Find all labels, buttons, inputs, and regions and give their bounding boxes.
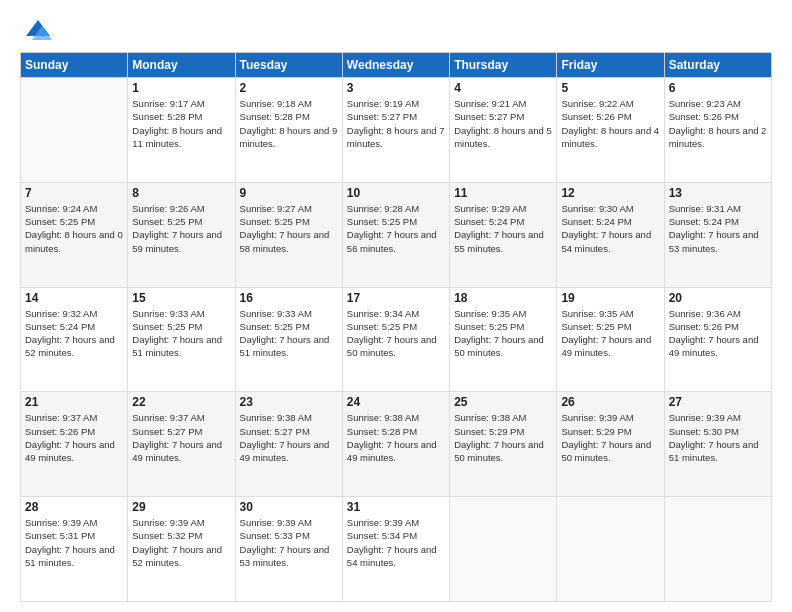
day-number: 13 [669,186,767,200]
calendar-week-4: 21Sunrise: 9:37 AMSunset: 5:26 PMDayligh… [21,392,772,497]
day-info: Sunrise: 9:37 AMSunset: 5:26 PMDaylight:… [25,411,123,464]
day-info: Sunrise: 9:23 AMSunset: 5:26 PMDaylight:… [669,97,767,150]
header [20,16,772,44]
day-number: 14 [25,291,123,305]
day-info: Sunrise: 9:39 AMSunset: 5:33 PMDaylight:… [240,516,338,569]
logo [20,16,52,44]
calendar-header-saturday: Saturday [664,53,771,78]
calendar-cell: 31Sunrise: 9:39 AMSunset: 5:34 PMDayligh… [342,497,449,602]
day-number: 1 [132,81,230,95]
calendar-cell: 15Sunrise: 9:33 AMSunset: 5:25 PMDayligh… [128,287,235,392]
calendar-cell: 13Sunrise: 9:31 AMSunset: 5:24 PMDayligh… [664,182,771,287]
day-info: Sunrise: 9:19 AMSunset: 5:27 PMDaylight:… [347,97,445,150]
calendar-cell [664,497,771,602]
calendar-cell: 2Sunrise: 9:18 AMSunset: 5:28 PMDaylight… [235,78,342,183]
calendar-cell: 23Sunrise: 9:38 AMSunset: 5:27 PMDayligh… [235,392,342,497]
calendar-week-2: 7Sunrise: 9:24 AMSunset: 5:25 PMDaylight… [21,182,772,287]
calendar-cell: 24Sunrise: 9:38 AMSunset: 5:28 PMDayligh… [342,392,449,497]
day-info: Sunrise: 9:22 AMSunset: 5:26 PMDaylight:… [561,97,659,150]
day-info: Sunrise: 9:31 AMSunset: 5:24 PMDaylight:… [669,202,767,255]
day-info: Sunrise: 9:35 AMSunset: 5:25 PMDaylight:… [454,307,552,360]
day-info: Sunrise: 9:32 AMSunset: 5:24 PMDaylight:… [25,307,123,360]
calendar-cell: 19Sunrise: 9:35 AMSunset: 5:25 PMDayligh… [557,287,664,392]
calendar-header-tuesday: Tuesday [235,53,342,78]
day-number: 22 [132,395,230,409]
calendar-cell: 18Sunrise: 9:35 AMSunset: 5:25 PMDayligh… [450,287,557,392]
day-number: 25 [454,395,552,409]
calendar-header-friday: Friday [557,53,664,78]
calendar-cell: 10Sunrise: 9:28 AMSunset: 5:25 PMDayligh… [342,182,449,287]
day-number: 8 [132,186,230,200]
calendar-cell: 12Sunrise: 9:30 AMSunset: 5:24 PMDayligh… [557,182,664,287]
day-info: Sunrise: 9:39 AMSunset: 5:31 PMDaylight:… [25,516,123,569]
calendar-week-3: 14Sunrise: 9:32 AMSunset: 5:24 PMDayligh… [21,287,772,392]
calendar-cell: 8Sunrise: 9:26 AMSunset: 5:25 PMDaylight… [128,182,235,287]
day-info: Sunrise: 9:24 AMSunset: 5:25 PMDaylight:… [25,202,123,255]
calendar-cell: 11Sunrise: 9:29 AMSunset: 5:24 PMDayligh… [450,182,557,287]
calendar-cell: 27Sunrise: 9:39 AMSunset: 5:30 PMDayligh… [664,392,771,497]
calendar-cell [450,497,557,602]
page: SundayMondayTuesdayWednesdayThursdayFrid… [0,0,792,612]
day-number: 21 [25,395,123,409]
day-number: 10 [347,186,445,200]
day-number: 3 [347,81,445,95]
day-number: 12 [561,186,659,200]
day-info: Sunrise: 9:38 AMSunset: 5:27 PMDaylight:… [240,411,338,464]
calendar-cell: 3Sunrise: 9:19 AMSunset: 5:27 PMDaylight… [342,78,449,183]
day-number: 15 [132,291,230,305]
calendar-header-wednesday: Wednesday [342,53,449,78]
day-info: Sunrise: 9:38 AMSunset: 5:28 PMDaylight:… [347,411,445,464]
day-info: Sunrise: 9:36 AMSunset: 5:26 PMDaylight:… [669,307,767,360]
day-info: Sunrise: 9:28 AMSunset: 5:25 PMDaylight:… [347,202,445,255]
day-info: Sunrise: 9:27 AMSunset: 5:25 PMDaylight:… [240,202,338,255]
day-info: Sunrise: 9:37 AMSunset: 5:27 PMDaylight:… [132,411,230,464]
day-info: Sunrise: 9:33 AMSunset: 5:25 PMDaylight:… [132,307,230,360]
calendar-cell: 9Sunrise: 9:27 AMSunset: 5:25 PMDaylight… [235,182,342,287]
day-info: Sunrise: 9:39 AMSunset: 5:34 PMDaylight:… [347,516,445,569]
calendar-cell: 1Sunrise: 9:17 AMSunset: 5:28 PMDaylight… [128,78,235,183]
day-info: Sunrise: 9:39 AMSunset: 5:32 PMDaylight:… [132,516,230,569]
day-number: 28 [25,500,123,514]
calendar-cell: 17Sunrise: 9:34 AMSunset: 5:25 PMDayligh… [342,287,449,392]
day-info: Sunrise: 9:29 AMSunset: 5:24 PMDaylight:… [454,202,552,255]
day-number: 11 [454,186,552,200]
calendar-cell: 7Sunrise: 9:24 AMSunset: 5:25 PMDaylight… [21,182,128,287]
day-info: Sunrise: 9:17 AMSunset: 5:28 PMDaylight:… [132,97,230,150]
day-info: Sunrise: 9:26 AMSunset: 5:25 PMDaylight:… [132,202,230,255]
day-number: 6 [669,81,767,95]
day-info: Sunrise: 9:39 AMSunset: 5:30 PMDaylight:… [669,411,767,464]
day-number: 19 [561,291,659,305]
calendar-cell: 16Sunrise: 9:33 AMSunset: 5:25 PMDayligh… [235,287,342,392]
day-number: 5 [561,81,659,95]
calendar-cell: 29Sunrise: 9:39 AMSunset: 5:32 PMDayligh… [128,497,235,602]
day-info: Sunrise: 9:35 AMSunset: 5:25 PMDaylight:… [561,307,659,360]
day-number: 29 [132,500,230,514]
day-info: Sunrise: 9:38 AMSunset: 5:29 PMDaylight:… [454,411,552,464]
calendar-header-thursday: Thursday [450,53,557,78]
day-number: 17 [347,291,445,305]
calendar-header-sunday: Sunday [21,53,128,78]
day-number: 9 [240,186,338,200]
logo-icon [24,16,52,44]
day-info: Sunrise: 9:34 AMSunset: 5:25 PMDaylight:… [347,307,445,360]
calendar-cell: 28Sunrise: 9:39 AMSunset: 5:31 PMDayligh… [21,497,128,602]
day-number: 26 [561,395,659,409]
day-info: Sunrise: 9:39 AMSunset: 5:29 PMDaylight:… [561,411,659,464]
day-number: 31 [347,500,445,514]
day-number: 18 [454,291,552,305]
day-number: 7 [25,186,123,200]
calendar-cell: 4Sunrise: 9:21 AMSunset: 5:27 PMDaylight… [450,78,557,183]
calendar-cell: 22Sunrise: 9:37 AMSunset: 5:27 PMDayligh… [128,392,235,497]
calendar-cell: 25Sunrise: 9:38 AMSunset: 5:29 PMDayligh… [450,392,557,497]
day-number: 2 [240,81,338,95]
day-number: 23 [240,395,338,409]
calendar-cell: 20Sunrise: 9:36 AMSunset: 5:26 PMDayligh… [664,287,771,392]
calendar-week-5: 28Sunrise: 9:39 AMSunset: 5:31 PMDayligh… [21,497,772,602]
day-number: 30 [240,500,338,514]
day-info: Sunrise: 9:21 AMSunset: 5:27 PMDaylight:… [454,97,552,150]
calendar-cell: 30Sunrise: 9:39 AMSunset: 5:33 PMDayligh… [235,497,342,602]
calendar-header-monday: Monday [128,53,235,78]
day-number: 20 [669,291,767,305]
calendar-cell: 5Sunrise: 9:22 AMSunset: 5:26 PMDaylight… [557,78,664,183]
calendar-header-row: SundayMondayTuesdayWednesdayThursdayFrid… [21,53,772,78]
